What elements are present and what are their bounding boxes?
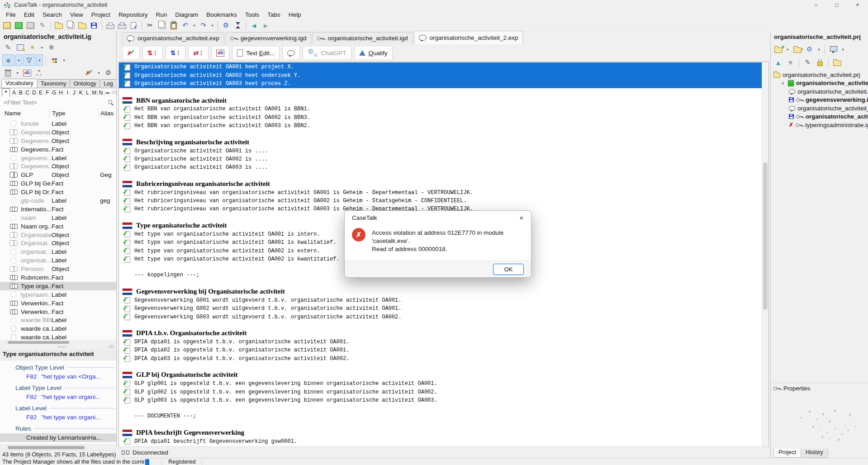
print-table-icon[interactable] [116, 20, 128, 31]
fact-line[interactable]: Het rubriceringsniveau van organisatoris… [119, 189, 762, 197]
alphabet-cell-d[interactable]: D [31, 90, 38, 96]
cut-icon[interactable]: ✂ [144, 20, 156, 31]
maximize-button[interactable]: □ [826, 0, 847, 10]
qualify-button[interactable]: Qualify [354, 46, 393, 60]
fact-line[interactable]: Gegevensverwerking G002 wordt uitgevoerd… [119, 304, 762, 313]
vocabulary-row[interactable]: Gegevensl...Object [0, 128, 116, 137]
open-recent-icon[interactable] [76, 20, 88, 31]
generate-caret[interactable]: ▾ [816, 44, 822, 55]
text-edit-button[interactable]: Text Edit... [232, 46, 280, 60]
fact-line[interactable]: DPIA dpia03 is opgesteld t.b.v. organisa… [119, 355, 762, 363]
vocabulary-row[interactable]: PersoonObject [0, 265, 116, 273]
tree-item[interactable]: organisatorische_active [771, 113, 868, 121]
vocabulary-row[interactable]: naamLabel [0, 214, 116, 222]
list-style-button[interactable]: ≡ [2, 54, 14, 66]
hourglass-icon[interactable] [232, 20, 243, 31]
close-button[interactable]: × [847, 0, 868, 10]
filter-button[interactable]: ▽ [23, 54, 35, 66]
fact-line[interactable]: Organisatorische activiteit OA001 heet p… [119, 63, 762, 71]
delete-icon[interactable] [2, 67, 14, 78]
move-up-icon[interactable]: ▲ [773, 57, 784, 68]
document-tab[interactable]: organisatorische_activiteit.exp [122, 32, 224, 44]
comment-line[interactable]: --- DOCUMENTEN ---; [119, 412, 762, 420]
menu-file[interactable]: File [2, 11, 20, 19]
panel-tab-project[interactable]: Project [773, 449, 801, 458]
save-icon[interactable] [88, 20, 100, 31]
fact-line[interactable]: GLP glp002 is opgesteld t.b.v. een gegev… [119, 388, 762, 396]
fact-line[interactable]: Organisatorische activiteit OA003 is ...… [119, 163, 762, 171]
validate-list-icon[interactable] [84, 67, 95, 78]
vocabulary-row[interactable]: organisat...Label [0, 247, 116, 256]
redo-caret[interactable]: ▾ [209, 20, 215, 31]
vocabulary-row[interactable]: OrganisatieObject [0, 231, 116, 239]
list-style-caret[interactable]: ▾ [15, 54, 22, 66]
menu-bookmarks[interactable]: Bookmarks [202, 11, 241, 19]
fact-line[interactable]: Het BBN van organisatorische activiteit … [119, 105, 762, 113]
alphabet-cell-g[interactable]: G [51, 90, 58, 96]
expander-icon[interactable]: ∨ [781, 81, 786, 85]
column-header-alias[interactable]: Alias [100, 110, 114, 117]
model-settings-icon[interactable] [25, 20, 36, 31]
vocabulary-row[interactable]: glp-codeLabelgeg [0, 196, 116, 205]
print-icon[interactable] [104, 20, 116, 31]
comment-button[interactable] [282, 46, 300, 60]
filter-caret[interactable]: ▾ [36, 54, 43, 66]
alphabet-cell-h[interactable]: H [58, 90, 65, 96]
alphabet-cell-l[interactable]: L [85, 90, 91, 96]
new-model-icon[interactable] [1, 20, 13, 31]
column-header-type[interactable]: Type [52, 110, 65, 117]
vocabulary-row[interactable]: Organisat...Object [0, 239, 116, 247]
menu-view[interactable]: View [66, 11, 87, 19]
menu-edit[interactable]: Edit [20, 11, 38, 19]
palette-icon[interactable] [49, 55, 60, 66]
wand-caret[interactable]: ▾ [39, 42, 45, 53]
alphabet-cell-j[interactable]: J [71, 90, 78, 96]
move-down-icon[interactable]: ▼ [785, 57, 796, 68]
fact-line[interactable]: Gegevensverwerking G001 wordt uitgevoerd… [119, 296, 762, 304]
vocabulary-row[interactable]: GLP bij Or...Fact [0, 188, 116, 196]
alphabet-cell-e[interactable]: E [38, 90, 44, 96]
vocabulary-row[interactable]: waarde ca...Label [0, 333, 116, 340]
vocabulary-hscrollbar[interactable] [0, 340, 116, 345]
sort-red-button[interactable]: ⇅⋮ [142, 46, 163, 60]
add-file-caret[interactable]: ▾ [785, 44, 791, 55]
fact-line[interactable]: Organisatorische activiteit OA002 is ...… [119, 155, 762, 163]
add-file-icon[interactable] [773, 44, 784, 55]
filter-input[interactable]: <Filter Text> [4, 99, 108, 106]
alphabet-cell-a[interactable]: A [11, 90, 18, 96]
validate-list-caret[interactable]: ▾ [96, 67, 102, 78]
fact-line[interactable]: GLP glp003 is opgesteld t.b.v. een gegev… [119, 396, 762, 404]
redo-icon[interactable]: ↷ [198, 20, 209, 31]
tab-ontology[interactable]: Ontology [70, 79, 100, 88]
tools-icon[interactable]: ⚙ [220, 20, 232, 31]
sign-icon[interactable]: ✎ [802, 57, 813, 68]
generate-icon[interactable]: ⚙ [804, 44, 815, 55]
document-tab[interactable]: gegevensverwerking.igd [225, 32, 312, 44]
wand-icon[interactable]: ✶ [27, 42, 38, 53]
open-folder-icon[interactable] [53, 20, 64, 31]
new-item-icon[interactable] [13, 20, 24, 31]
detail-entry[interactable]: F82"het type van organi... [0, 393, 116, 401]
vocabulary-row[interactable]: waarde ca...Label [0, 324, 116, 333]
panel-splitter[interactable] [0, 345, 116, 349]
tree-item[interactable]: organisatorische_activiteit_2.e [771, 104, 868, 113]
send-folder-icon[interactable] [831, 57, 843, 68]
delete-caret[interactable]: ▾ [14, 67, 20, 78]
properties-header[interactable]: Properties [771, 383, 868, 393]
fact-line[interactable]: Het BBN van organisatorische activiteit … [119, 122, 762, 130]
alphabet-scroll-arrows[interactable]: ◂▸ [105, 90, 110, 95]
fact-line[interactable]: Organisatorische activiteit OA003 heet p… [119, 80, 762, 88]
alphabet-cell-b[interactable]: B [18, 90, 24, 96]
fact-line[interactable]: GLP glp001 is opgesteld t.b.v. een gegev… [119, 380, 762, 388]
chatgpt-button[interactable]: ChatGPT [303, 46, 351, 60]
palette-caret[interactable]: ▾ [61, 55, 67, 66]
search-icon[interactable] [108, 100, 114, 105]
vocabulary-row[interactable]: typenaam...Label [0, 290, 116, 299]
tab-taxonomy[interactable]: Taxonomy [37, 79, 71, 88]
rename-ab-icon[interactable] [21, 67, 33, 78]
gears-icon[interactable]: ⚙ [103, 67, 114, 78]
copy-model-icon[interactable] [65, 20, 76, 31]
vocabulary-row[interactable]: functieLabel [0, 119, 116, 128]
tree-item[interactable]: organisatorische_activiteit.ex [771, 87, 868, 96]
vocabulary-row[interactable]: GLP bij Ge...Fact [0, 179, 116, 188]
